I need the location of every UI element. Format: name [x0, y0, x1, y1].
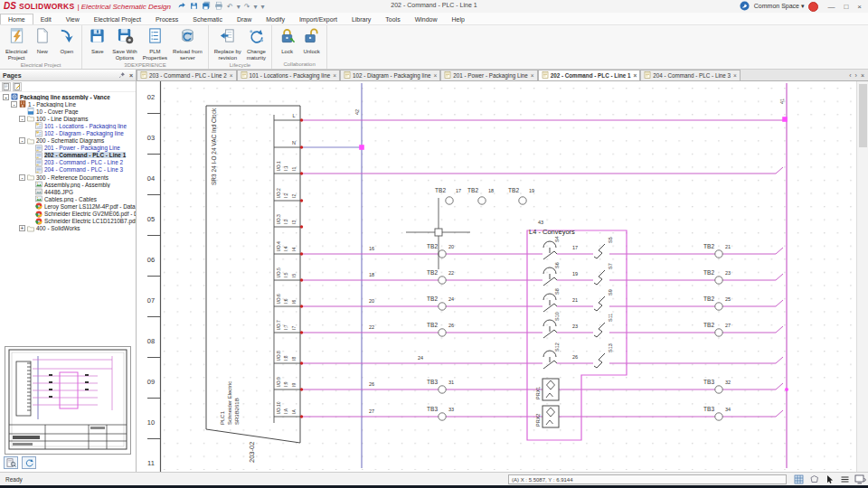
tree-item-400-solidworks[interactable]: +400 - SolidWorks [0, 225, 136, 232]
tree-item-202-command-plc-line-1[interactable]: 202 - Command - PLC - Line 1 [0, 152, 136, 159]
customize-toolbar-icon[interactable]: ▾ [260, 2, 264, 12]
ribbon-button-save[interactable]: Save [85, 26, 109, 55]
menu-item-schematic[interactable]: Schematic [185, 14, 230, 24]
ribbon-button-unlock[interactable]: Unlock [299, 26, 324, 55]
menu-item-library[interactable]: Library [344, 14, 378, 24]
svg-text:TB3: TB3 [703, 379, 714, 385]
document-tab-203-command-plc-line-2[interactable]: 203 - Command - PLC - Line 2× [137, 70, 237, 80]
tree-item-100-line-diagrams[interactable]: -100 - Line Diagrams [0, 115, 136, 122]
scroll-tabs-left-button[interactable]: ‹ [849, 72, 851, 79]
user-avatar[interactable] [808, 2, 818, 12]
tree-item-200-schematic-diagrams[interactable]: -200 - Schematic Diagrams [0, 137, 136, 145]
document-tab-202-command-plc-line-1[interactable]: 202 - Command - PLC - Line 1× [538, 70, 641, 80]
ribbon-button-replace-by-revision[interactable]: Replace byrevision [212, 26, 244, 61]
pages-toolbar-button-2[interactable] [13, 82, 22, 91]
menu-item-view[interactable]: View [59, 14, 87, 24]
tree-expander-icon[interactable]: - [11, 101, 17, 108]
svg-text:IA: IA [291, 409, 297, 414]
tree-item-label: 1 - Packaging Line [28, 101, 76, 108]
tree-item-leroy-somer-ls112m-4p-pdf-data-sh[interactable]: Leroy Somer LS112M-4P.pdf - Data sh [0, 202, 136, 210]
common-space-button[interactable]: Common Space ▾ [754, 3, 805, 10]
tree-item-203-command-plc-line-2[interactable]: 203 - Command - PLC - Line 2 [0, 159, 136, 166]
ribbon-button-new[interactable]: New [30, 26, 54, 55]
menu-item-import-export[interactable]: Import/Export [292, 14, 344, 24]
tree-item-1-packaging-line[interactable]: -1 - Packaging Line [0, 100, 136, 108]
close-button[interactable]: × [853, 3, 866, 11]
tree-item-cables-png-cables[interactable]: Cables.png - Cables [0, 195, 136, 202]
tab-close-icon[interactable]: × [531, 72, 534, 79]
menu-item-edit[interactable]: Edit [33, 14, 59, 24]
print-icon[interactable] [214, 1, 223, 13]
ribbon-button-lock[interactable]: Lock [275, 26, 299, 55]
ribbon-button-reload-from-server[interactable]: Reload fromserver [170, 26, 205, 61]
tree-item-102-diagram-packaging-line[interactable]: 102 - Diagram - Packaging line [0, 129, 136, 136]
pin-panel-icon[interactable] [118, 71, 126, 80]
tree-expander-icon[interactable]: - [19, 174, 25, 181]
tab-close-icon[interactable]: × [230, 72, 233, 79]
line-weight-icon[interactable] [838, 474, 851, 485]
tab-close-icon[interactable]: × [733, 72, 737, 79]
ribbon-button-open[interactable]: Open [54, 26, 79, 55]
minimize-button[interactable]: — [823, 3, 839, 11]
menu-item-process[interactable]: Process [148, 14, 185, 24]
tab-close-icon[interactable]: × [634, 72, 637, 79]
tab-close-icon[interactable]: × [433, 72, 437, 79]
document-tab-201-power-packaging-line[interactable]: 201 - Power - Packaging Line× [440, 70, 537, 80]
close-document-button[interactable]: × [861, 72, 864, 79]
tree-expander-icon[interactable]: - [19, 116, 25, 122]
tab-close-icon[interactable]: × [333, 72, 336, 79]
titlebar-right-controls: Common Space ▾ —□× [740, 0, 866, 13]
synchronize-button[interactable] [22, 456, 36, 469]
snap-pointer-icon[interactable] [823, 474, 835, 485]
ribbon-button-save-with-options[interactable]: Save WithOptions [109, 26, 139, 61]
save-all-icon[interactable] [202, 1, 211, 13]
scroll-tabs-right-button[interactable]: › [855, 72, 857, 79]
tree-item-201-power-packaging-line[interactable]: 201 - Power - Packaging Line [0, 145, 136, 152]
tree-expander-icon[interactable]: - [3, 94, 9, 100]
tree-item-101-locations-packaging-line[interactable]: 101 - Locations - Packaging line [0, 122, 136, 129]
undo-icon[interactable]: ↶ [227, 2, 233, 12]
polygon-icon[interactable] [807, 474, 820, 485]
display-icon[interactable] [854, 474, 866, 485]
document-tab-204-command-plc-line-3[interactable]: 204 - Command - PLC - Line 3× [640, 70, 741, 80]
close-panel-icon[interactable]: × [129, 72, 133, 79]
redo-dropdown-icon[interactable]: ▾ [253, 2, 257, 12]
vertical-scrollbar[interactable] [856, 81, 868, 472]
menu-item-electrical-project[interactable]: Electrical Project [87, 14, 148, 24]
ribbon-button-electrical-project[interactable]: ElectricalProject [3, 26, 30, 61]
menu-item-tools[interactable]: Tools [378, 14, 407, 24]
document-tab-101-locations-packaging-line[interactable]: 101 - Locations - Packaging line× [237, 70, 340, 80]
pages-toolbar-button-1[interactable] [2, 82, 11, 91]
tree-item-schneider-electric-gv2me06-pdf-data[interactable]: Schneider Electric GV2ME06.pdf - Data [0, 211, 136, 218]
menu-item-draw[interactable]: Draw [230, 14, 259, 24]
undo-dropdown-icon[interactable]: ▾ [237, 2, 241, 12]
menu-item-modify[interactable]: Modify [259, 14, 292, 24]
tree-item-packaging-line-assembly-vance[interactable]: -Packaging line assembly - Vance [0, 93, 136, 100]
ribbon-button-plm-properties[interactable]: PLMProperties [140, 26, 170, 61]
ribbon-button-change-maturity[interactable]: Changematurity [244, 26, 269, 61]
tree-expander-icon[interactable]: + [19, 225, 25, 231]
schematic-canvas[interactable]: 0203040506070809101141421617S4S5TB220TB2… [137, 81, 856, 472]
preview-button[interactable] [4, 456, 18, 469]
share-icon[interactable] [177, 1, 186, 13]
tree-item-schneider-electric-lc1d1210b7-pdf-d[interactable]: Schneider Electric LC1D1210B7.pdf - D [0, 218, 136, 225]
schematic-drawing[interactable]: 0203040506070809101141421617S4S5TB220TB2… [137, 81, 856, 472]
save-icon[interactable] [190, 2, 198, 13]
tree-item-204-command-plc-line-3[interactable]: 204 - Command - PLC - Line 3 [0, 166, 136, 174]
tree-item-300-reference-documents[interactable]: -300 - Reference Documents [0, 174, 136, 181]
ribbon-button-label: Unlock [303, 49, 319, 55]
tree-expander-icon[interactable]: - [19, 137, 25, 144]
document-tab-102-diagram-packaging-line[interactable]: 102 - Diagram - Packaging line× [340, 70, 440, 80]
menu-item-window[interactable]: Window [408, 14, 445, 24]
tree-item-assembly-png-assembly[interactable]: Assembly.png - Assembly [0, 181, 136, 188]
scrollbar-thumb[interactable] [859, 84, 867, 147]
menu-item-help[interactable]: Help [445, 14, 472, 24]
maximize-button[interactable]: □ [839, 3, 853, 11]
menu-item-home[interactable]: Home [0, 14, 33, 24]
svg-text:22: 22 [448, 270, 454, 276]
tree-item-44486-jpg[interactable]: 44486.JPG [0, 188, 136, 195]
tree-item-10-cover-page[interactable]: 10 - Cover Page [0, 108, 136, 115]
redo-icon[interactable]: ↷ [244, 2, 250, 12]
grid-icon[interactable] [792, 474, 805, 485]
3dexperience-compass-icon[interactable] [740, 1, 750, 12]
